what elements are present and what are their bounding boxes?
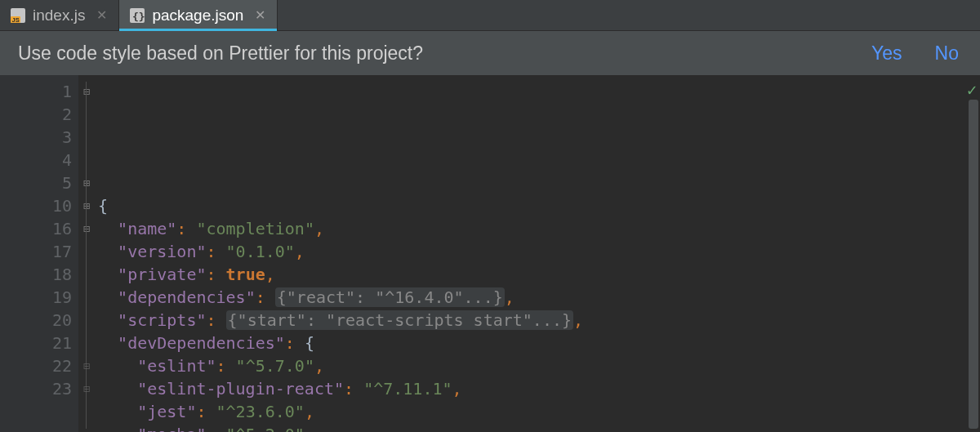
fold-gutter [78, 75, 95, 432]
notification-no-link[interactable]: No [935, 42, 959, 65]
json-file-icon: {} [129, 7, 145, 24]
tab-label: package.json [152, 7, 243, 24]
line-number: 17 [0, 240, 78, 263]
notification-yes-link[interactable]: Yes [871, 42, 902, 65]
tab-package-json[interactable]: {} package.json ✕ [119, 0, 278, 30]
line-number: 23 [0, 377, 78, 400]
scrollbar-thumb[interactable] [969, 100, 978, 429]
fold-expand-icon[interactable] [78, 194, 95, 217]
vertical-scrollbar[interactable] [969, 100, 978, 429]
code-area[interactable]: ✓ { "name": "completion", "version": "0.… [95, 75, 980, 432]
inspection-ok-icon: ✓ [967, 78, 977, 101]
line-number: 21 [0, 332, 78, 354]
fold-end-icon[interactable] [78, 354, 95, 377]
code-line[interactable]: "devDependencies": { [98, 332, 980, 354]
line-number: 3 [0, 126, 78, 149]
line-number: 19 [0, 286, 78, 309]
code-line[interactable]: "name": "completion", [98, 217, 980, 240]
code-line[interactable]: "dependencies": {"react": "^16.4.0"...}, [98, 286, 980, 309]
fold-collapse-icon[interactable] [78, 217, 95, 240]
code-line[interactable]: "version": "0.1.0", [98, 240, 980, 263]
code-line[interactable]: "eslint": "^5.7.0", [98, 354, 980, 377]
prettier-notification-bar: Use code style based on Prettier for thi… [0, 31, 980, 75]
line-number-gutter: 12345101617181920212223 [0, 75, 78, 432]
code-line[interactable]: "eslint-plugin-react": "^7.11.1", [98, 377, 980, 400]
fold-expand-icon[interactable] [78, 171, 95, 194]
fold-collapse-icon[interactable] [78, 80, 95, 103]
notification-message: Use code style based on Prettier for thi… [18, 42, 423, 65]
tab-label: index.js [33, 7, 85, 24]
svg-text:JS: JS [12, 16, 20, 24]
code-line[interactable]: { [98, 194, 980, 217]
line-number: 22 [0, 354, 78, 377]
line-number: 20 [0, 309, 78, 332]
close-icon[interactable]: ✕ [96, 9, 107, 22]
editor: 12345101617181920212223 ✓ { "name": "com… [0, 75, 980, 432]
line-number: 1 [0, 80, 78, 103]
js-file-icon: JS [10, 7, 26, 24]
close-icon[interactable]: ✕ [255, 9, 265, 22]
code-line[interactable]: "scripts": {"start": "react-scripts star… [98, 309, 980, 332]
line-number: 10 [0, 194, 78, 217]
svg-text:{}: {} [132, 11, 145, 23]
line-number: 4 [0, 149, 78, 171]
tab-bar: JS index.js ✕ {} package.json ✕ [0, 0, 980, 31]
line-number: 18 [0, 263, 78, 286]
line-number: 2 [0, 103, 78, 126]
code-line[interactable]: "mocha": "^5.2.0", [98, 423, 980, 432]
code-line[interactable]: "jest": "^23.6.0", [98, 400, 980, 423]
line-number: 5 [0, 171, 78, 194]
code-line[interactable]: "private": true, [98, 263, 980, 286]
fold-end-icon[interactable] [78, 377, 95, 400]
tab-index-js[interactable]: JS index.js ✕ [0, 0, 119, 30]
line-number: 16 [0, 217, 78, 240]
